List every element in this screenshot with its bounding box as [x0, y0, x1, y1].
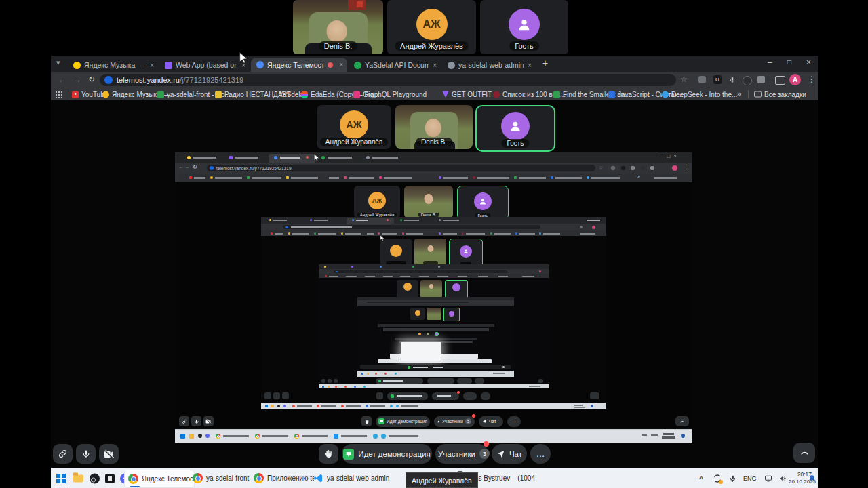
taskbar-tooltip: Андрей Журавлёв — [406, 472, 478, 488]
nested-share-level-4 — [319, 264, 549, 388]
window-minimize-button[interactable]: – — [768, 58, 772, 67]
camera-off-icon — [104, 449, 115, 460]
leave-call-button[interactable] — [793, 443, 815, 463]
guest-avatar — [509, 9, 540, 40]
video-tile-denis[interactable]: Denis B. — [293, 0, 383, 54]
participant-name: Андрей Журавлёв — [395, 41, 469, 51]
chat-label: Чат — [509, 450, 522, 458]
raise-hand-icon — [323, 449, 334, 459]
tab-title: Яндекс Телемост — беспл — [267, 61, 328, 69]
extension-icon[interactable]: U — [713, 75, 722, 84]
browser-menu-kebab[interactable]: ⋮ — [808, 75, 816, 84]
video-tile-denis[interactable]: Denis B. — [395, 105, 473, 149]
all-bookmarks-button[interactable]: Все закладки — [754, 91, 806, 98]
tray-expand-chevron[interactable]: ^ — [699, 475, 703, 483]
bookmark-graphql[interactable]: GraphQL Playground — [353, 91, 427, 98]
guest-avatar — [501, 112, 530, 140]
notification-bell-icon[interactable] — [808, 474, 816, 483]
video-tile-azh[interactable]: АЖ Андрей Журавлёв — [317, 105, 391, 149]
participant-name: Гость — [501, 139, 529, 148]
camera-off-button[interactable] — [99, 444, 119, 464]
taskbar-app-telemost-app[interactable]: Приложению telemost — [250, 470, 314, 487]
more-options-button[interactable]: … — [530, 444, 551, 464]
tab-close-icon[interactable]: × — [150, 62, 154, 69]
url-bar[interactable]: telemost.yandex.ru/j/77121925421319 — [100, 74, 676, 86]
tab-favicon — [448, 62, 455, 69]
url-host: telemost.yandex.ru — [117, 76, 180, 84]
window-maximize-button[interactable]: □ — [787, 58, 791, 66]
tab-search-button[interactable]: ▾ — [56, 58, 60, 67]
tab-github-admin[interactable]: ya-sdelal-web-admin/api_requ × — [442, 58, 536, 72]
file-explorer-button[interactable] — [73, 475, 83, 483]
media-recording-dot — [328, 62, 333, 68]
screen: Denis B. АЖ Андрей Журавлёв Гость ▾ Янде… — [0, 0, 868, 488]
vscode-icon — [313, 473, 323, 483]
recursion-bloom — [401, 342, 441, 361]
tab-close-icon[interactable]: × — [528, 62, 532, 69]
participants-label: Участники — [438, 450, 475, 458]
tab-web-app[interactable]: Web App (based on LiteFront) × — [159, 58, 250, 72]
screen-share-status-button[interactable]: Идет демонстрация — [342, 444, 432, 464]
tab-yasdelal-docs[interactable]: YaSdelal API Documentation × — [349, 58, 441, 72]
screen-share-icon — [343, 449, 354, 460]
video-tile-guest-speaking[interactable]: Гость — [475, 105, 555, 152]
tab-yandex-music[interactable]: Яндекс Музыка — собираем × — [68, 58, 158, 72]
language-indicator[interactable]: ENG — [743, 475, 757, 482]
bookmark-get-outfit[interactable]: GET OUTFIT — [442, 91, 492, 98]
tab-title: ya-sdelal-web-admin/api_requ — [458, 61, 524, 69]
taskbar-app-front[interactable]: ya-sdelal-front - Googl — [189, 470, 256, 487]
chat-button[interactable]: Чат — [492, 444, 527, 464]
tab-close-icon[interactable]: × — [339, 61, 343, 68]
voice-search-icon[interactable] — [728, 72, 736, 88]
video-tile-azh[interactable]: АЖ Андрей Журавлёв — [387, 0, 476, 54]
back-button[interactable]: ← — [58, 75, 66, 85]
bookmark-star-icon[interactable]: ☆ — [680, 75, 688, 84]
participants-button[interactable]: Участники 3 — [435, 444, 488, 464]
browser-toolbar: ← → ↻ telemost.yandex.ru/j/7712192542131… — [51, 72, 818, 88]
shared-screen-view[interactable]: –□× ←→ ↻ telemost.yandex.ru/j/7712192542… — [175, 152, 692, 442]
window-close-button[interactable]: × — [806, 58, 811, 67]
dark-app-icon — [105, 474, 115, 483]
steam-button[interactable] — [90, 474, 100, 484]
forward-button[interactable]: → — [73, 75, 81, 85]
sync-tray-icon[interactable] — [713, 474, 722, 483]
chrome-icon — [193, 473, 203, 483]
link-icon — [58, 449, 68, 459]
extension-icon[interactable] — [743, 76, 752, 85]
tab-title: Яндекс Музыка — собираем — [84, 61, 146, 69]
nested-toolbar: ←→ ↻ telemost.yandex.ru/j/77121925421319… — [175, 163, 692, 174]
apps-grid-icon[interactable] — [55, 91, 62, 98]
new-tab-button[interactable]: + — [542, 58, 548, 68]
extensions-puzzle-icon[interactable] — [757, 76, 765, 83]
site-favicon — [104, 76, 113, 84]
nested-url: telemost.yandex.ru/j/77121925421319 — [216, 166, 292, 171]
nested-tab-strip: –□× — [175, 152, 692, 163]
app-button-dark[interactable] — [105, 474, 115, 483]
participant-name: Гость — [509, 41, 539, 51]
bookmark-deepseek[interactable]: DeepSeek - Into the... — [662, 91, 737, 98]
nested-share-level-3 — [261, 217, 606, 409]
tab-favicon — [256, 61, 264, 68]
copy-link-button[interactable] — [53, 444, 73, 464]
hangup-icon — [799, 449, 810, 458]
profile-avatar[interactable]: A — [789, 74, 801, 85]
person-icon — [509, 119, 522, 133]
video-tile-guest[interactable]: Гость — [480, 0, 568, 54]
mic-tray-icon[interactable] — [729, 474, 736, 483]
start-button[interactable] — [56, 474, 66, 483]
bookmarks-overflow-chevron[interactable]: » — [737, 89, 741, 98]
volume-tray-icon[interactable] — [778, 474, 787, 483]
nested-share-level-5 — [357, 297, 514, 377]
nested-taskbar-level-3 — [261, 403, 606, 409]
display-tray-icon[interactable] — [764, 474, 773, 483]
microphone-button[interactable] — [76, 444, 96, 464]
tab-title: YaSdelal API Documentation — [365, 61, 429, 69]
side-panel-icon[interactable] — [775, 76, 785, 85]
reload-button[interactable]: ↻ — [88, 75, 95, 84]
avatar: АЖ — [416, 9, 448, 40]
taskbar-app-telemost[interactable]: Яндекс Телемост — бе — [124, 470, 195, 488]
tab-close-icon[interactable]: × — [433, 62, 437, 69]
raise-hand-button[interactable] — [319, 444, 338, 464]
extension-icon[interactable] — [698, 76, 706, 83]
tab-telemost-active[interactable]: Яндекс Телемост — беспл × — [251, 58, 347, 72]
